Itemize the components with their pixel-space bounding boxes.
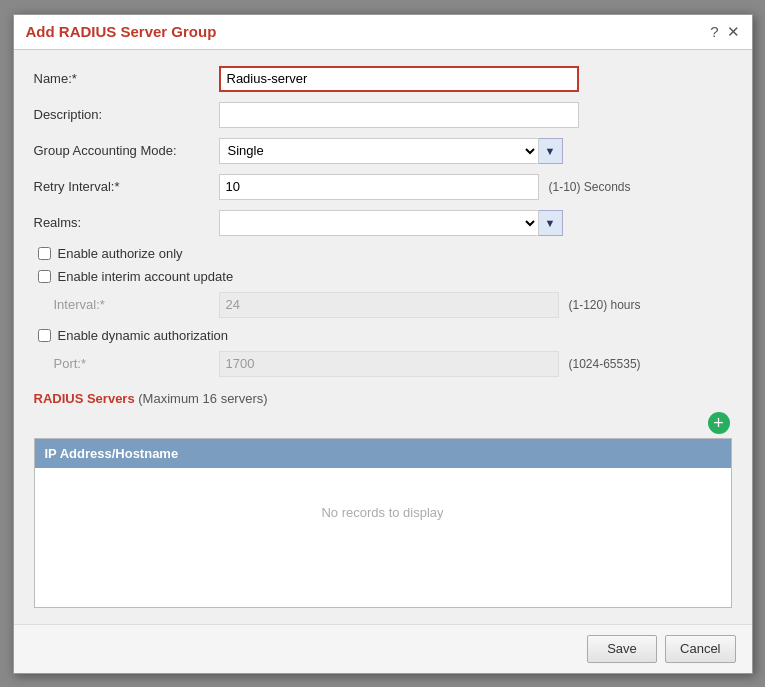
- group-accounting-row: Group Accounting Mode: Single Multiple ▼: [34, 138, 732, 164]
- realms-select-wrapper: ▼: [219, 210, 579, 236]
- dialog-titlebar: Add RADIUS Server Group ? ✕: [14, 15, 752, 50]
- enable-interim-checkbox[interactable]: [38, 270, 51, 283]
- port-input[interactable]: [219, 351, 559, 377]
- add-radius-dialog: Add RADIUS Server Group ? ✕ Name:* Descr…: [13, 14, 753, 674]
- interval-row: Interval:* (1-120) hours: [34, 292, 732, 318]
- enable-interim-row: Enable interim account update: [34, 269, 732, 284]
- group-accounting-dropdown-btn[interactable]: ▼: [539, 138, 563, 164]
- group-accounting-label: Group Accounting Mode:: [34, 143, 219, 158]
- name-label: Name:*: [34, 71, 219, 86]
- name-row: Name:*: [34, 66, 732, 92]
- radius-servers-title: RADIUS Servers: [34, 391, 135, 406]
- table-header: IP Address/Hostname: [35, 439, 731, 468]
- group-accounting-select-wrapper: Single Multiple ▼: [219, 138, 579, 164]
- group-accounting-select[interactable]: Single Multiple: [219, 138, 539, 164]
- add-radius-server-button[interactable]: +: [708, 412, 730, 434]
- close-icon[interactable]: ✕: [727, 23, 740, 41]
- add-icon-row: +: [34, 412, 732, 434]
- help-icon[interactable]: ?: [710, 23, 718, 40]
- port-label: Port:*: [54, 356, 219, 371]
- retry-interval-hint: (1-10) Seconds: [549, 180, 631, 194]
- realms-label: Realms:: [34, 215, 219, 230]
- cancel-button[interactable]: Cancel: [665, 635, 735, 663]
- enable-interim-label[interactable]: Enable interim account update: [58, 269, 234, 284]
- port-hint: (1024-65535): [569, 357, 641, 371]
- enable-authorize-row: Enable authorize only: [34, 246, 732, 261]
- dialog-body: Name:* Description: Group Accounting Mod…: [14, 50, 752, 624]
- retry-interval-input[interactable]: [219, 174, 539, 200]
- dialog-title: Add RADIUS Server Group: [26, 23, 217, 40]
- description-row: Description:: [34, 102, 732, 128]
- radius-servers-label-row: RADIUS Servers (Maximum 16 servers): [34, 391, 732, 406]
- enable-authorize-checkbox[interactable]: [38, 247, 51, 260]
- interval-label: Interval:*: [54, 297, 219, 312]
- interval-input[interactable]: [219, 292, 559, 318]
- enable-dynamic-label[interactable]: Enable dynamic authorization: [58, 328, 229, 343]
- description-label: Description:: [34, 107, 219, 122]
- enable-dynamic-row: Enable dynamic authorization: [34, 328, 732, 343]
- name-input[interactable]: [219, 66, 579, 92]
- realms-row: Realms: ▼: [34, 210, 732, 236]
- enable-dynamic-checkbox[interactable]: [38, 329, 51, 342]
- interval-hint: (1-120) hours: [569, 298, 641, 312]
- enable-authorize-label[interactable]: Enable authorize only: [58, 246, 183, 261]
- port-row: Port:* (1024-65535): [34, 351, 732, 377]
- radius-servers-table: IP Address/Hostname No records to displa…: [34, 438, 732, 608]
- table-empty-message: No records to display: [35, 468, 731, 558]
- description-input[interactable]: [219, 102, 579, 128]
- realms-select[interactable]: [219, 210, 539, 236]
- dialog-footer: Save Cancel: [14, 624, 752, 673]
- title-icons: ? ✕: [710, 23, 739, 41]
- retry-interval-label: Retry Interval:*: [34, 179, 219, 194]
- save-button[interactable]: Save: [587, 635, 657, 663]
- radius-servers-max: (Maximum 16 servers): [138, 391, 267, 406]
- retry-interval-row: Retry Interval:* (1-10) Seconds: [34, 174, 732, 200]
- realms-dropdown-btn[interactable]: ▼: [539, 210, 563, 236]
